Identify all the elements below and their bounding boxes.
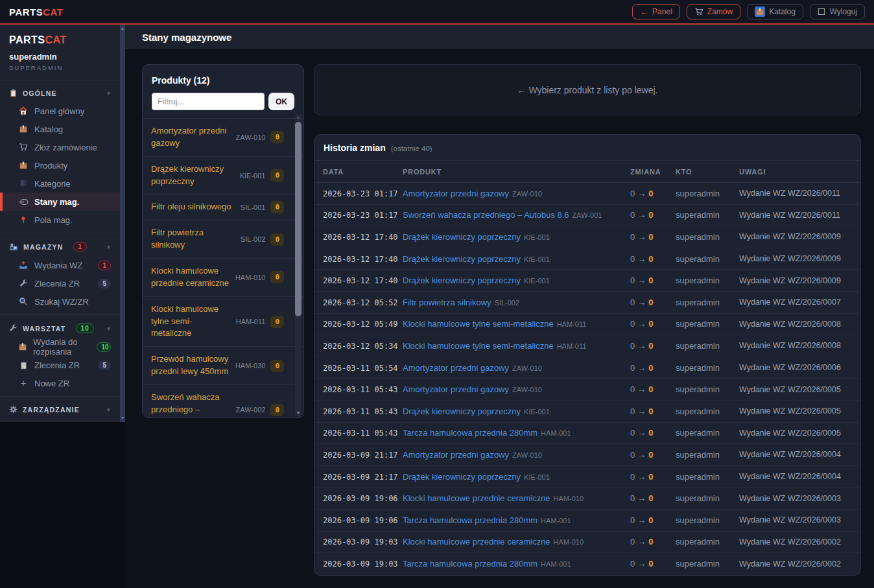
history-who: superadmin: [676, 254, 739, 264]
sidebar-item-katalog[interactable]: Katalog: [0, 120, 120, 138]
history-product-code: HAM-010: [554, 538, 584, 546]
product-qty-badge: 0: [270, 131, 284, 143]
change-from: 0: [630, 384, 635, 394]
product-list-scrollbar[interactable]: ▲ ▼: [295, 113, 301, 416]
scroll-up-arrow-icon[interactable]: ▲: [295, 115, 301, 119]
filter-input[interactable]: [152, 93, 265, 110]
history-row: 2026-03-09 19:03Tarcza hamulcowa przedni…: [314, 553, 860, 575]
scroll-down-arrow-icon[interactable]: ▼: [120, 416, 125, 421]
history-date-value: 2026-03-12 17:40: [323, 276, 398, 285]
change-to: 0: [648, 189, 653, 198]
hint-box: ← Wybierz produkt z listy po lewej.: [314, 64, 861, 115]
sidebar-item-panel-g-wny[interactable]: Panel główny: [0, 102, 120, 120]
package-icon: [18, 124, 29, 134]
arrow-right-icon: →: [637, 276, 646, 285]
history-product-link[interactable]: Drążek kierowniczy poprzeczny: [403, 232, 521, 242]
sidebar-item-wydania-wz[interactable]: Wydania WZ1: [0, 256, 120, 274]
sidebar-item-stany-mag[interactable]: Stany mag.: [0, 193, 120, 211]
arrow-right-icon: →: [637, 384, 646, 394]
product-qty-badge: 0: [270, 271, 284, 283]
history-product-link[interactable]: Klocki hamulcowe tylne semi-metaliczne: [403, 341, 554, 351]
history-change-cell: 0→0: [630, 210, 676, 220]
sidebar-logo: PARTSCAT: [9, 34, 111, 46]
history-date-value: 2026-03-12 17:40: [323, 233, 398, 242]
product-row[interactable]: Klocki hamulcowe tylne semi-metaliczneHA…: [143, 297, 303, 347]
product-row[interactable]: Sworzeń wahacza przedniego – Autobus 12Z…: [143, 385, 303, 418]
sidebar-section-header[interactable]: ZARZĄDZANIE▾: [0, 399, 120, 418]
sidebar-item-produkty[interactable]: Produkty: [0, 156, 120, 174]
logout-icon: ☐: [818, 7, 826, 16]
history-who: superadmin: [676, 428, 739, 438]
sidebar-section-header[interactable]: WARSZTAT10▾: [0, 318, 120, 338]
logout-button[interactable]: ☐Wyloguj: [810, 4, 865, 19]
history-product-link[interactable]: Klocki hamulcowe tylne semi-metaliczne: [403, 319, 554, 329]
sidebar-item-u-ytkownicy[interactable]: Użytkownicy: [0, 418, 120, 422]
history-product-link[interactable]: Klocki hamulcowe przednie ceramiczne: [403, 493, 550, 503]
history-date-value: 2026-03-12 05:34: [323, 342, 398, 351]
history-product-cell: Amortyzator przedni gazowyZAW-010: [403, 450, 630, 460]
history-product-link[interactable]: Amortyzator przedni gazowy: [403, 384, 509, 394]
sidebar-section-header[interactable]: MAGAZYN1▾: [0, 236, 120, 256]
product-code: ZAW-010: [236, 134, 266, 141]
product-row[interactable]: Amortyzator przedni gazowyZAW-0100: [143, 119, 303, 157]
sidebar-item-kategorie[interactable]: Kategorie: [0, 174, 120, 193]
scroll-down-arrow-icon[interactable]: ▼: [295, 410, 301, 415]
order-button[interactable]: Zamów: [687, 4, 740, 19]
page-title-bar: Stany magazynowe: [125, 25, 874, 49]
history-date-value: 2026-03-09 21:17: [323, 473, 398, 482]
change-to: 0: [648, 428, 653, 438]
product-row[interactable]: Klocki hamulcowe przednie ceramiczneHAM-…: [143, 259, 303, 297]
history-product-link[interactable]: Filtr powietrza silnikowy: [403, 298, 491, 307]
history-date: 2026-03-12 05:49: [314, 319, 403, 329]
catalog-button[interactable]: Katalog: [747, 4, 803, 19]
product-row[interactable]: Filtr powietrza silnikowySIL-0020: [143, 220, 303, 259]
history-product-link[interactable]: Sworzeń wahacza przedniego – Autobus 8.6: [403, 210, 569, 220]
products-title: Produkty (12): [143, 65, 303, 86]
history-product-code: ZAW-001: [573, 211, 602, 219]
history-product-code: HAM-001: [541, 429, 571, 437]
panel-button[interactable]: ←Panel: [632, 4, 680, 19]
history-note: Wydanie WZ WZ/2026/0003: [739, 515, 860, 524]
product-row[interactable]: Drążek kierowniczy poprzecznyKIE-0010: [143, 157, 303, 195]
sidebar-item-pola-mag[interactable]: Pola mag.: [0, 211, 120, 229]
history-product-code: ZAW-010: [512, 190, 542, 198]
history-change-cell: 0→0: [630, 341, 676, 351]
sidebar-scrollbar[interactable]: ▲ ▼: [120, 25, 125, 422]
sidebar-item-zlecenia-zr[interactable]: Zlecenia ZR5: [0, 356, 120, 374]
history-date-value: 2026-03-12 17:40: [323, 255, 398, 264]
history-product-link[interactable]: Drążek kierowniczy poprzeczny: [403, 406, 521, 416]
history-product-link[interactable]: Amortyzator przedni gazowy: [403, 189, 509, 198]
history-date: 2026-03-09 19:03: [314, 559, 403, 569]
product-row[interactable]: Filtr oleju silnikowegoSIL-0010: [143, 194, 303, 220]
scroll-up-arrow-icon[interactable]: ▲: [120, 26, 125, 31]
history-title: Historia zmian: [324, 143, 386, 153]
count-badge: 1: [73, 242, 87, 252]
history-product-link[interactable]: Tarcza hamulcowa przednia 280mm: [403, 515, 537, 525]
history-date: 2026-03-09 21:17: [314, 472, 403, 482]
home-icon: [18, 106, 29, 115]
sidebar-item-szukaj-wz-zr[interactable]: Szukaj WZ/ZR: [0, 292, 120, 311]
history-product-link[interactable]: Tarcza hamulcowa przednia 280mm: [403, 428, 537, 438]
sidebar-item-z-zam-wienie[interactable]: Złóż zamówienie: [0, 138, 120, 156]
history-note: Wydanie WZ WZ/2026/0007: [739, 298, 860, 307]
history-product-link[interactable]: Drążek kierowniczy poprzeczny: [403, 276, 521, 285]
history-product-link[interactable]: Amortyzator przedni gazowy: [403, 450, 509, 460]
sidebar-item-nowe-zr[interactable]: +Nowe ZR: [0, 374, 120, 392]
history-product-link[interactable]: Klocki hamulcowe przednie ceramiczne: [403, 537, 550, 547]
scrollbar-thumb[interactable]: [295, 122, 301, 316]
filter-ok-button[interactable]: OK: [268, 93, 294, 110]
chevron-down-icon: ▾: [107, 244, 111, 250]
topbar-buttons: ←PanelZamówKatalog☐Wyloguj: [632, 4, 865, 19]
sidebar-section-header[interactable]: OGÓLNE▾: [0, 83, 120, 102]
history-product-link[interactable]: Tarcza hamulcowa przednia 280mm: [403, 559, 537, 569]
product-row[interactable]: Przewód hamulcowy przedni lewy 450mmHAM-…: [143, 347, 303, 385]
history-product-link[interactable]: Drążek kierowniczy poprzeczny: [403, 254, 521, 264]
history-product-link[interactable]: Drążek kierowniczy poprzeczny: [403, 472, 521, 482]
history-product-link[interactable]: Amortyzator przedni gazowy: [403, 363, 509, 373]
arrow-left-icon: ←: [640, 8, 648, 16]
section-label: WARSZTAT: [23, 325, 65, 333]
product-name: Filtr oleju silnikowego: [151, 201, 237, 213]
history-product-code: KIE-001: [524, 255, 550, 263]
sidebar-item-zlecenia-zr[interactable]: Zlecenia ZR5: [0, 274, 120, 292]
sidebar-item-wydania-do-rozpisania[interactable]: Wydania do rozpisania10: [0, 338, 120, 356]
